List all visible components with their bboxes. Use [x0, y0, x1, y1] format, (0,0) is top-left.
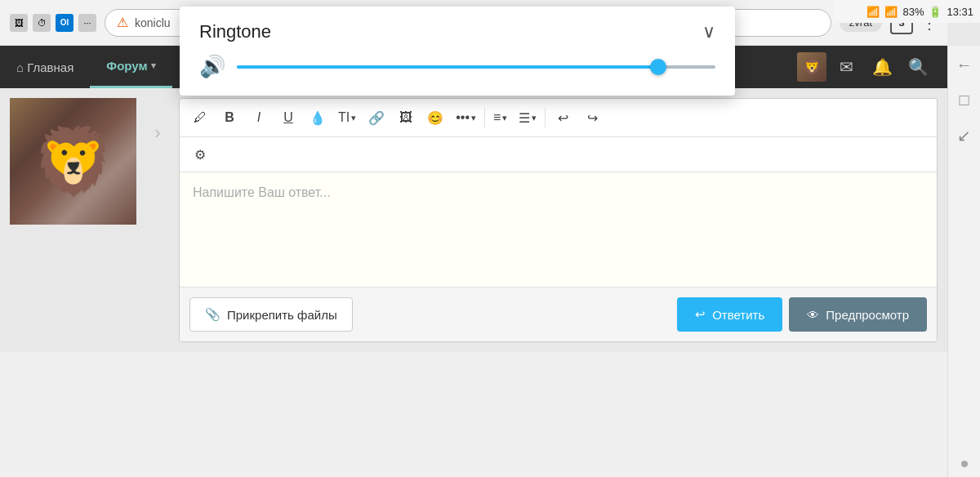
ringtone-popup: Ringtone ∨ 🔊: [180, 7, 735, 96]
gallery-icon: 🖼: [10, 14, 28, 32]
warning-icon: ⚠: [117, 15, 128, 30]
home-icon: ⌂: [16, 60, 24, 74]
user-avatar[interactable]: 🦁: [797, 52, 826, 82]
content-area: › 🖊 B I U 💧 TI▾ 🔗 🖼 😊 •••▾: [0, 88, 947, 352]
preview-label: Предпросмотр: [826, 308, 909, 322]
ringtone-title: Ringtone: [199, 21, 271, 42]
attach-files-button[interactable]: 📎 Прикрепить файлы: [189, 297, 353, 332]
timer-icon: ⏱: [33, 14, 51, 32]
toolbar-divider-1: [484, 108, 485, 127]
attach-label: Прикрепить файлы: [227, 308, 337, 322]
corner-icon[interactable]: ↙: [957, 126, 971, 145]
emoji-button[interactable]: 😊: [421, 104, 449, 132]
arrow-divider: ›: [146, 98, 169, 342]
ringtone-slider-row: 🔊: [199, 54, 715, 79]
signal-icon: 📶: [884, 6, 898, 18]
search-nav-icon[interactable]: 🔍: [902, 51, 934, 83]
editor-toolbar: 🖊 B I U 💧 TI▾ 🔗 🖼 😊 •••▾ ≡▾: [180, 99, 937, 137]
redo-button[interactable]: ↪: [578, 104, 606, 132]
user-avatar-image: [10, 98, 136, 225]
side-dot: [961, 461, 968, 467]
ringtone-chevron-icon[interactable]: ∨: [702, 21, 715, 42]
main-wrapper: ⌂ Главная Форум ▾ Что нового ▾ Пользоват…: [0, 46, 947, 477]
toolbar-divider-2: [545, 108, 546, 127]
outlook-icon: Ol: [56, 14, 74, 32]
nav-right-icons: 🦁 ✉ 🔔 🔍: [797, 51, 947, 83]
footer-action-buttons: ↩ Ответить 👁 Предпросмотр: [677, 297, 927, 332]
nav-item-forum[interactable]: Форум ▾: [90, 46, 172, 88]
eraser-button[interactable]: 🖊: [186, 104, 214, 132]
notifications-icon[interactable]: 🔔: [866, 51, 898, 83]
bold-button[interactable]: B: [216, 104, 243, 132]
slider-thumb[interactable]: [650, 59, 666, 75]
editor-body[interactable]: Напишите Ваш ответ...: [180, 172, 937, 287]
ringtone-header: Ringtone ∨: [199, 21, 715, 42]
battery-icon: 🔋: [929, 6, 942, 18]
preview-icon: 👁: [807, 308, 819, 322]
attach-icon: 📎: [205, 307, 220, 322]
undo-button[interactable]: ↩: [549, 104, 577, 132]
image-button[interactable]: 🖼: [392, 104, 420, 132]
slider-fill: [237, 65, 658, 69]
preview-button[interactable]: 👁 Предпросмотр: [789, 297, 927, 332]
arrow-right-icon: ›: [154, 123, 160, 144]
color-button[interactable]: 💧: [304, 104, 332, 132]
editor-toolbar-row2: ⚙: [180, 137, 937, 172]
more-button[interactable]: •••▾: [451, 104, 481, 132]
forum-chevron-icon: ▾: [151, 60, 156, 71]
back-icon[interactable]: ←: [956, 56, 973, 74]
align-button[interactable]: ≡▾: [488, 104, 512, 132]
reply-label: Ответить: [712, 308, 764, 322]
address-text: koniclu: [135, 16, 171, 29]
wifi-icon: 📶: [866, 6, 880, 18]
reply-button[interactable]: ↩ Ответить: [677, 297, 782, 332]
nav-item-home[interactable]: ⌂ Главная: [0, 46, 90, 88]
browser-icons: 🖼 ⏱ Ol ···: [10, 14, 96, 32]
battery-text: 83%: [902, 6, 924, 18]
underline-button[interactable]: U: [274, 104, 302, 132]
time-display: 13:31: [947, 6, 973, 18]
editor-footer: 📎 Прикрепить файлы ↩ Ответить 👁 Предпрос…: [180, 287, 937, 341]
more-icon: ···: [78, 14, 96, 32]
volume-slider[interactable]: [237, 65, 715, 69]
reply-icon: ↩: [695, 307, 706, 322]
editor-placeholder: Напишите Ваш ответ...: [193, 185, 331, 199]
reply-editor: 🖊 B I U 💧 TI▾ 🔗 🖼 😊 •••▾ ≡▾: [179, 98, 938, 342]
window-icon[interactable]: □: [959, 91, 969, 109]
volume-icon: 🔊: [199, 54, 225, 79]
left-avatar-panel: [10, 98, 136, 342]
italic-button[interactable]: I: [245, 104, 273, 132]
list-button[interactable]: ☰▾: [514, 104, 541, 132]
fontsize-button[interactable]: TI▾: [333, 104, 361, 132]
link-button[interactable]: 🔗: [363, 104, 390, 132]
right-panel: ← □ ↙: [947, 46, 980, 477]
messages-icon[interactable]: ✉: [830, 51, 862, 83]
status-bar: 📶 📶 83% 🔋 13:31: [833, 0, 980, 23]
settings-button[interactable]: ⚙: [186, 140, 214, 168]
